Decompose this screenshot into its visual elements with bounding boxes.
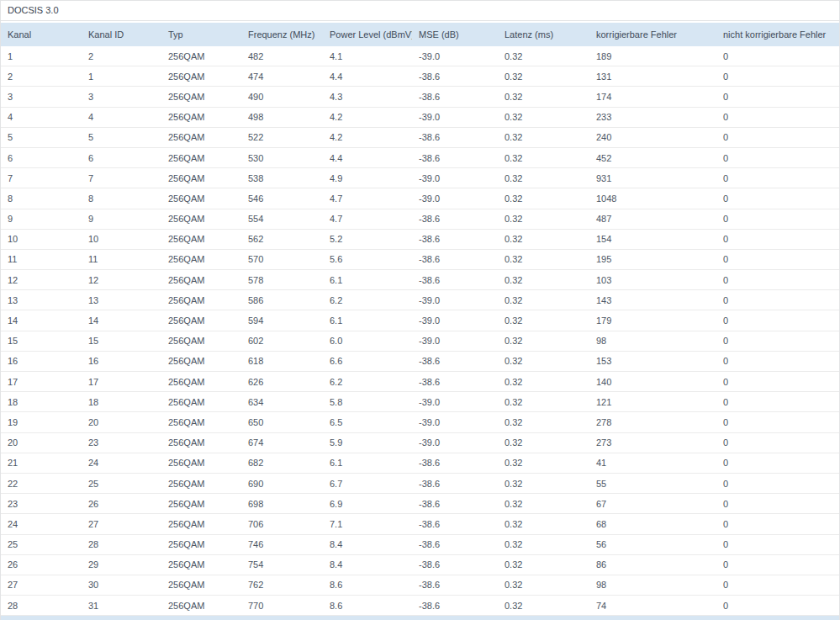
table-cell: 24 xyxy=(82,453,161,473)
table-cell: 0.32 xyxy=(498,270,589,290)
table-cell: 8 xyxy=(82,188,161,209)
table-cell: 0 xyxy=(716,432,839,453)
table-row: 2528256QAM7468.4-38.60.32560 xyxy=(1,534,839,554)
table-row: 21256QAM4744.4-38.60.321310 xyxy=(1,66,839,87)
table-cell: 21 xyxy=(1,453,82,473)
table-row: 2124256QAM6826.1-38.60.32410 xyxy=(1,453,839,473)
table-cell: 29 xyxy=(82,554,161,575)
table-cell: 256QAM xyxy=(161,127,241,147)
table-cell: 256QAM xyxy=(161,66,241,87)
table-cell: 0.32 xyxy=(498,453,589,473)
table-cell: 8.4 xyxy=(323,534,412,554)
table-cell: 6.2 xyxy=(323,290,412,310)
table-cell: 8.6 xyxy=(323,575,412,595)
table-cell: 27 xyxy=(1,575,82,595)
table-cell: 0 xyxy=(716,514,839,534)
table-cell: 6.1 xyxy=(323,310,412,331)
table-cell: 5 xyxy=(82,127,161,147)
table-row: 1616256QAM6186.6-38.60.321530 xyxy=(1,351,839,371)
table-cell: 0.32 xyxy=(498,249,589,269)
table-row: 2730256QAM7628.6-38.60.32980 xyxy=(1,575,839,595)
table-cell: 256QAM xyxy=(161,351,241,371)
table-cell: 256QAM xyxy=(161,596,241,616)
table-cell: 0 xyxy=(716,534,839,554)
table-cell: 0 xyxy=(716,494,839,514)
table-cell: 25 xyxy=(82,473,161,493)
table-cell: 6.2 xyxy=(323,372,412,392)
table-cell: 0 xyxy=(716,66,839,87)
table-cell: 256QAM xyxy=(161,46,241,66)
table-cell: 0.32 xyxy=(498,147,589,167)
table-cell: 240 xyxy=(589,127,716,147)
table-cell: -38.6 xyxy=(412,596,498,616)
table-cell: -38.6 xyxy=(412,473,498,493)
table-cell: 11 xyxy=(1,249,82,269)
table-row: 66256QAM5304.4-38.60.324520 xyxy=(1,147,839,167)
table-cell: 17 xyxy=(1,372,82,392)
table-cell: 0 xyxy=(716,168,839,188)
table-row: 1313256QAM5866.2-39.00.321430 xyxy=(1,290,839,310)
header-row: KanalKanal IDTypFrequenz (MHz)Power Leve… xyxy=(1,23,839,46)
table-cell: 23 xyxy=(1,494,82,514)
table-cell: 4.9 xyxy=(323,168,412,188)
table-cell: 9 xyxy=(82,209,161,229)
table-cell: 256QAM xyxy=(161,514,241,534)
table-cell: 256QAM xyxy=(161,412,241,432)
table-cell: 682 xyxy=(241,453,323,473)
table-cell: 0 xyxy=(716,554,839,575)
table-cell: 28 xyxy=(82,534,161,554)
table-cell: 0.32 xyxy=(498,209,589,229)
table-row: 2831256QAM7708.6-38.60.32740 xyxy=(1,596,839,616)
table-cell: 0 xyxy=(716,127,839,147)
table-cell: 256QAM xyxy=(161,168,241,188)
table-cell: 0 xyxy=(716,453,839,473)
column-header: Kanal xyxy=(1,23,82,46)
table-cell: 0 xyxy=(716,310,839,331)
table-cell: 18 xyxy=(1,392,82,412)
table-cell: -38.6 xyxy=(412,534,498,554)
table-cell: 0 xyxy=(716,270,839,290)
column-header: Frequenz (MHz) xyxy=(241,23,323,46)
table-cell: 6 xyxy=(1,147,82,167)
table-cell: 546 xyxy=(241,188,323,209)
table-cell: -38.6 xyxy=(412,575,498,595)
table-row: 1515256QAM6026.0-39.00.32980 xyxy=(1,331,839,351)
table-cell: 0.32 xyxy=(498,331,589,351)
table-cell: 0.32 xyxy=(498,127,589,147)
table-cell: 179 xyxy=(589,310,716,331)
table-cell: -39.0 xyxy=(412,46,498,66)
table-cell: 5.2 xyxy=(323,229,412,249)
table-cell: 10 xyxy=(82,229,161,249)
table-cell: 30 xyxy=(82,575,161,595)
table-cell: 256QAM xyxy=(161,554,241,575)
table-cell: 498 xyxy=(241,107,323,127)
table-cell: 0 xyxy=(716,209,839,229)
table-cell: -38.6 xyxy=(412,127,498,147)
table-cell: 256QAM xyxy=(161,290,241,310)
table-cell: 6.6 xyxy=(323,351,412,371)
table-cell: -39.0 xyxy=(412,331,498,351)
table-cell: 56 xyxy=(589,534,716,554)
table-cell: 256QAM xyxy=(161,147,241,167)
table-cell: 19 xyxy=(1,412,82,432)
table-cell: 0 xyxy=(716,188,839,209)
table-cell: 13 xyxy=(82,290,161,310)
table-cell: 650 xyxy=(241,412,323,432)
table-cell: 174 xyxy=(589,87,716,107)
table-cell: 4.4 xyxy=(323,66,412,87)
table-cell: 8 xyxy=(1,188,82,209)
table-row: 2225256QAM6906.7-38.60.32550 xyxy=(1,473,839,493)
table-cell: 0.32 xyxy=(498,66,589,87)
table-cell: -38.6 xyxy=(412,453,498,473)
table-cell: 0.32 xyxy=(498,290,589,310)
docsis-status-panel: DOCSIS 3.0 KanalKanal IDTypFrequenz (MHz… xyxy=(0,0,840,620)
table-cell: 482 xyxy=(241,46,323,66)
table-row: 2023256QAM6745.9-39.00.322730 xyxy=(1,432,839,453)
table-cell: 67 xyxy=(589,494,716,514)
table-cell: 20 xyxy=(82,412,161,432)
table-cell: 490 xyxy=(241,87,323,107)
table-cell: 0 xyxy=(716,290,839,310)
table-cell: 0.32 xyxy=(498,534,589,554)
table-cell: 1048 xyxy=(589,188,716,209)
table-cell: 9 xyxy=(1,209,82,229)
